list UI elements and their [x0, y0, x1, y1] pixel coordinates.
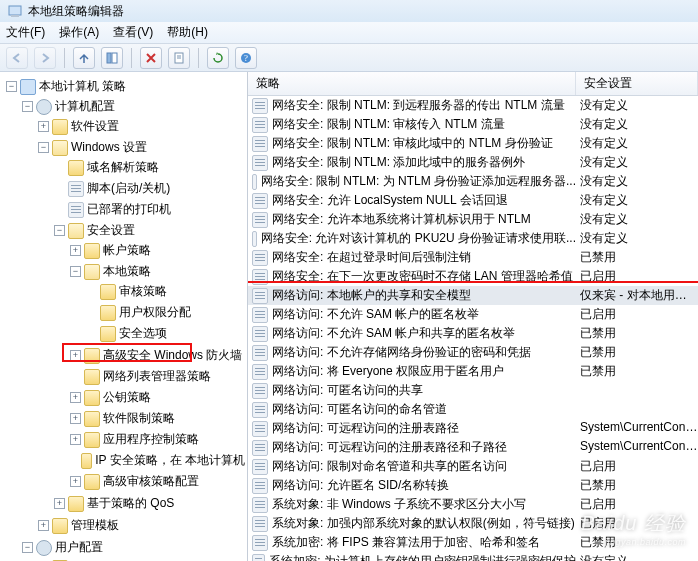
- policy-row[interactable]: 网络安全: 允许本地系统将计算机标识用于 NTLM没有定义: [248, 210, 698, 229]
- setting-cell: [576, 401, 698, 418]
- policy-icon: [252, 117, 268, 133]
- show-hide-tree-button[interactable]: [101, 47, 123, 69]
- tree-deployed-printers[interactable]: 已部署的打印机: [52, 200, 247, 219]
- column-header-setting[interactable]: 安全设置: [576, 72, 698, 95]
- setting-cell: 已启用: [576, 458, 698, 475]
- tree-admin-templates[interactable]: +管理模板: [36, 516, 247, 535]
- folder-open-icon: [68, 223, 84, 239]
- svg-rect-0: [9, 6, 21, 15]
- setting-cell: 没有定义: [576, 116, 698, 133]
- tree-scripts[interactable]: 脚本(启动/关机): [52, 179, 247, 198]
- tree-software-settings[interactable]: +软件设置: [36, 117, 247, 136]
- policy-cell: 网络访问: 可远程访问的注册表路径和子路径: [248, 439, 576, 456]
- policy-cell: 网络访问: 可远程访问的注册表路径: [248, 420, 576, 437]
- folder-icon: [100, 305, 116, 321]
- policy-row[interactable]: 系统对象: 加强内部系统对象的默认权限(例如，符号链接)已启用: [248, 514, 698, 533]
- policy-row[interactable]: 系统加密: 为计算机上存储的用户密钥强制进行强密钥保护没有定义: [248, 552, 698, 561]
- tree-network-list[interactable]: 网络列表管理器策略: [68, 367, 247, 386]
- tree-policy-qos[interactable]: +基于策略的 QoS: [52, 494, 247, 513]
- policy-cell: 网络访问: 允许匿名 SID/名称转换: [248, 477, 576, 494]
- folder-icon: [52, 119, 68, 135]
- policy-icon: [252, 136, 268, 152]
- tree-user-rights[interactable]: 用户权限分配: [84, 303, 247, 322]
- setting-cell: 没有定义: [576, 230, 698, 247]
- policy-row[interactable]: 网络安全: 允许对该计算机的 PKU2U 身份验证请求使用联...没有定义: [248, 229, 698, 248]
- policy-row[interactable]: 网络安全: 限制 NTLM: 为 NTLM 身份验证添加远程服务器...没有定义: [248, 172, 698, 191]
- policy-row[interactable]: 网络访问: 允许匿名 SID/名称转换已禁用: [248, 476, 698, 495]
- menu-view[interactable]: 查看(V): [113, 24, 153, 41]
- delete-button[interactable]: [140, 47, 162, 69]
- policy-row[interactable]: 网络安全: 在超过登录时间后强制注销已禁用: [248, 248, 698, 267]
- policy-row[interactable]: 网络访问: 将 Everyone 权限应用于匿名用户已禁用: [248, 362, 698, 381]
- setting-cell: 已启用: [576, 306, 698, 323]
- menu-action[interactable]: 操作(A): [59, 24, 99, 41]
- column-header-policy[interactable]: 策略: [248, 72, 576, 95]
- script-icon: [68, 181, 84, 197]
- tree-computer-config[interactable]: −计算机配置: [20, 97, 247, 116]
- menu-file[interactable]: 文件(F): [6, 24, 45, 41]
- folder-icon: [68, 160, 84, 176]
- tree-audit-policy[interactable]: 审核策略: [84, 282, 247, 301]
- tree-security-options[interactable]: 安全选项: [84, 324, 247, 343]
- policy-row[interactable]: 网络访问: 限制对命名管道和共享的匿名访问已启用: [248, 457, 698, 476]
- tree-software-restrict[interactable]: +软件限制策略: [68, 409, 247, 428]
- setting-cell: 已禁用: [576, 363, 698, 380]
- setting-cell: 没有定义: [576, 173, 698, 190]
- policy-icon: [252, 459, 268, 475]
- tree-root[interactable]: −本地计算机 策略: [4, 77, 247, 96]
- policy-row[interactable]: 网络访问: 不允许 SAM 帐户的匿名枚举已启用: [248, 305, 698, 324]
- list-body[interactable]: 网络安全: 限制 NTLM: 到远程服务器的传出 NTLM 流量没有定义网络安全…: [248, 96, 698, 561]
- policy-row[interactable]: 网络安全: 限制 NTLM: 到远程服务器的传出 NTLM 流量没有定义: [248, 96, 698, 115]
- policy-cell: 网络安全: 限制 NTLM: 审核此域中的 NTLM 身份验证: [248, 135, 576, 152]
- policy-icon: [252, 231, 257, 247]
- policy-row[interactable]: 网络访问: 可匿名访问的命名管道: [248, 400, 698, 419]
- policy-row[interactable]: 网络访问: 可远程访问的注册表路径System\CurrentContro...: [248, 419, 698, 438]
- policy-row[interactable]: 系统加密: 将 FIPS 兼容算法用于加密、哈希和签名已禁用: [248, 533, 698, 552]
- list-header[interactable]: 策略 安全设置: [248, 72, 698, 96]
- tree-account-policy[interactable]: +帐户策略: [68, 241, 247, 260]
- tree-security-settings[interactable]: −安全设置: [52, 221, 247, 240]
- back-button[interactable]: [6, 47, 28, 69]
- policy-icon: [252, 364, 268, 380]
- policy-row[interactable]: 网络访问: 本地帐户的共享和安全模型仅来宾 - 对本地用户进...: [248, 286, 698, 305]
- folder-icon: [84, 243, 100, 259]
- tree-ip-security[interactable]: IP 安全策略，在 本地计算机: [68, 451, 247, 470]
- gear-icon: [36, 540, 52, 556]
- tree-public-key[interactable]: +公钥策略: [68, 388, 247, 407]
- policy-row[interactable]: 网络安全: 在下一次更改密码时不存储 LAN 管理器哈希值已启用: [248, 267, 698, 286]
- policy-row[interactable]: 网络安全: 限制 NTLM: 审核传入 NTLM 流量没有定义: [248, 115, 698, 134]
- policy-row[interactable]: 网络访问: 不允许存储网络身份验证的密码和凭据已禁用: [248, 343, 698, 362]
- menu-help[interactable]: 帮助(H): [167, 24, 208, 41]
- tree-app-control[interactable]: +应用程序控制策略: [68, 430, 247, 449]
- policy-icon: [252, 212, 268, 228]
- policy-icon: [252, 345, 268, 361]
- setting-cell: 没有定义: [576, 211, 698, 228]
- forward-button[interactable]: [34, 47, 56, 69]
- policy-row[interactable]: 网络访问: 可远程访问的注册表路径和子路径System\CurrentContr…: [248, 438, 698, 457]
- tree-windows-settings[interactable]: −Windows 设置: [36, 138, 247, 157]
- policy-cell: 网络访问: 可匿名访问的共享: [248, 382, 576, 399]
- tree-advanced-audit[interactable]: +高级审核策略配置: [68, 472, 247, 491]
- refresh-button[interactable]: [207, 47, 229, 69]
- policy-icon: [252, 402, 268, 418]
- tree-name-resolution[interactable]: 域名解析策略: [52, 158, 247, 177]
- help-button[interactable]: ?: [235, 47, 257, 69]
- tree-local-policy[interactable]: −本地策略: [68, 262, 247, 281]
- policy-cell: 网络安全: 允许本地系统将计算机标识用于 NTLM: [248, 211, 576, 228]
- policy-cell: 网络安全: 允许对该计算机的 PKU2U 身份验证请求使用联...: [248, 230, 576, 247]
- console-tree[interactable]: −本地计算机 策略 −计算机配置 +软件设置 −Windows 设置 域名解析策…: [0, 72, 248, 561]
- policy-row[interactable]: 系统对象: 非 Windows 子系统不要求区分大小写已启用: [248, 495, 698, 514]
- tree-user-config[interactable]: −用户配置: [20, 538, 247, 557]
- policy-row[interactable]: 网络访问: 不允许 SAM 帐户和共享的匿名枚举已禁用: [248, 324, 698, 343]
- tree-advanced-firewall[interactable]: +高级安全 Windows 防火墙: [68, 346, 247, 365]
- properties-button[interactable]: [168, 47, 190, 69]
- policy-row[interactable]: 网络安全: 允许 LocalSystem NULL 会话回退没有定义: [248, 191, 698, 210]
- policy-row[interactable]: 网络访问: 可匿名访问的共享: [248, 381, 698, 400]
- policy-row[interactable]: 网络安全: 限制 NTLM: 添加此域中的服务器例外没有定义: [248, 153, 698, 172]
- up-button[interactable]: [73, 47, 95, 69]
- toolbar-separator: [131, 48, 132, 68]
- policy-cell: 系统对象: 加强内部系统对象的默认权限(例如，符号链接): [248, 515, 576, 532]
- policy-row[interactable]: 网络安全: 限制 NTLM: 审核此域中的 NTLM 身份验证没有定义: [248, 134, 698, 153]
- policy-cell: 网络安全: 限制 NTLM: 为 NTLM 身份验证添加远程服务器...: [248, 173, 576, 190]
- setting-cell: 没有定义: [576, 135, 698, 152]
